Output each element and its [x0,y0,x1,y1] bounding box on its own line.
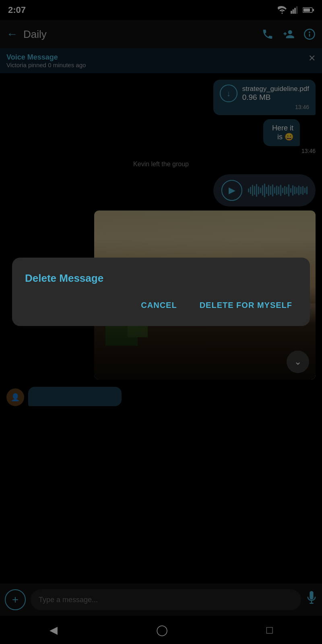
dialog-actions: CANCEL DELETE FOR MYSELF [25,297,297,313]
delete-for-myself-button[interactable]: DELETE FOR MYSELF [195,297,297,313]
dialog-title: Delete Message [25,272,297,285]
delete-message-dialog: Delete Message CANCEL DELETE FOR MYSELF [12,258,310,326]
cancel-button[interactable]: CANCEL [136,297,182,313]
